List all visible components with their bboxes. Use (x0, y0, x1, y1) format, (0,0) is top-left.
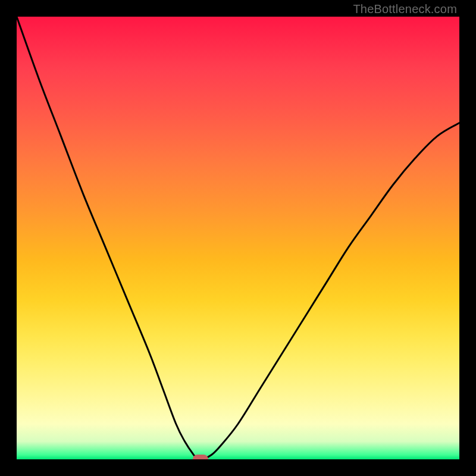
chart-frame: TheBottleneck.com (0, 0, 476, 476)
minimum-marker (193, 455, 208, 459)
watermark-text: TheBottleneck.com (353, 2, 457, 16)
bottleneck-curve (17, 17, 459, 459)
plot-area (17, 17, 459, 459)
